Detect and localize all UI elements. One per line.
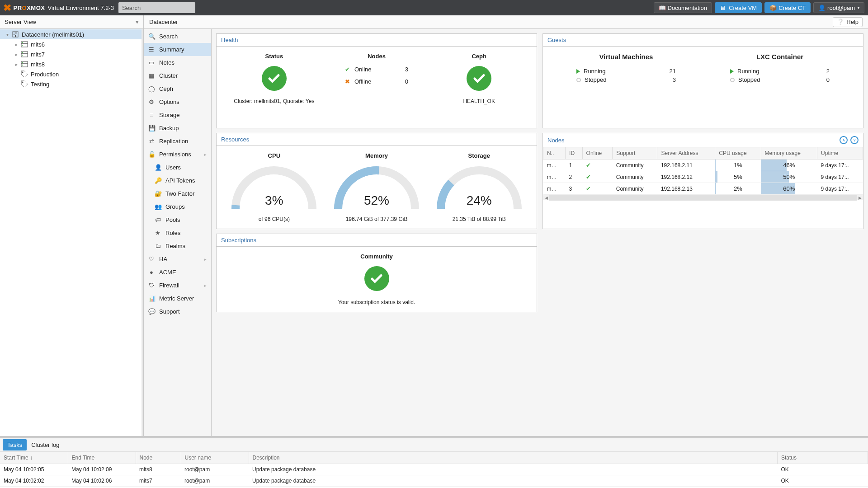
tree-pool-production[interactable]: Production — [0, 69, 142, 79]
svg-rect-3 — [16, 33, 17, 33]
sidebar-item-metric server[interactable]: 📊Metric Server — [144, 292, 211, 305]
log-col-header[interactable]: Node — [136, 452, 181, 464]
group-icon: 👥 — [155, 203, 161, 210]
guests-lxc-heading: LXC Container — [703, 53, 857, 61]
circle-icon — [730, 78, 735, 82]
nodes-col-header[interactable]: Server Address — [657, 147, 715, 160]
sidebar-item-acme[interactable]: ●ACME — [144, 266, 211, 279]
check-icon: ✔ — [586, 174, 591, 180]
sidebar-item-ceph[interactable]: ◯Ceph — [144, 82, 211, 95]
log-row[interactable]: May 04 10:02:02May 04 10:02:06mits7root@… — [0, 475, 868, 487]
svg-point-13 — [22, 55, 23, 56]
health-nodes-heading: Nodes — [326, 53, 428, 60]
log-col-header[interactable]: Status — [778, 452, 868, 464]
svg-point-8 — [22, 42, 23, 43]
sidebar-item-replication[interactable]: ⇄Replication — [144, 135, 211, 148]
horizontal-scrollbar[interactable]: ◀▶ — [543, 195, 863, 200]
svg-point-9 — [22, 45, 23, 46]
gauge-storage: 24% — [434, 164, 524, 213]
sidebar-item-backup[interactable]: 💾Backup — [144, 122, 211, 135]
building-icon — [12, 31, 19, 38]
sidebar-item-cluster[interactable]: ▦Cluster — [144, 69, 211, 82]
svg-point-18 — [22, 72, 24, 73]
svg-point-12 — [22, 52, 23, 53]
nodes-col-header[interactable]: Online — [582, 147, 613, 160]
user-icon: 👤 — [818, 5, 825, 11]
sidebar-item-groups[interactable]: 👥Groups — [144, 200, 211, 213]
collapse-up-icon[interactable]: ∧ — [840, 136, 848, 144]
log-row[interactable]: May 04 10:02:05May 04 10:02:09mits8root@… — [0, 464, 868, 475]
sidebar-item-ha[interactable]: ♡HA▸ — [144, 253, 211, 266]
panel-resources: Resources CPU 3% of 96 CPU(s) Memory 52%… — [216, 133, 537, 229]
list-icon: ☰ — [148, 46, 155, 53]
nodes-col-header[interactable]: Uptime — [817, 147, 863, 160]
sidebar-item-api tokens[interactable]: 🔑API Tokens — [144, 174, 211, 187]
play-icon — [576, 69, 580, 74]
panel-nodes: Nodes ∧ ∨ N..IDOnlineSupportServer Addre… — [542, 133, 863, 229]
svg-point-17 — [22, 65, 23, 66]
sidebar-item-storage[interactable]: ≡Storage — [144, 108, 211, 122]
server-icon — [21, 41, 28, 48]
nodes-col-header[interactable]: N.. — [543, 147, 566, 160]
svg-rect-1 — [14, 33, 14, 33]
nodes-col-header[interactable]: Memory usage — [761, 147, 817, 160]
log-col-header[interactable]: Description — [249, 452, 778, 464]
user-menu[interactable]: 👤 root@pam ▾ — [813, 2, 864, 13]
user-icon: 👤 — [155, 164, 161, 171]
search-input[interactable] — [118, 2, 195, 13]
nodes-row[interactable]: m…3✔Community192.168.2.132%60%9 days 17:… — [543, 183, 863, 195]
help-button[interactable]: ❔ Help — [833, 17, 863, 27]
sidebar-item-roles[interactable]: ★Roles — [144, 226, 211, 239]
sidebar-item-search[interactable]: 🔍Search — [144, 30, 211, 43]
panel-guests: Guests Virtual Machines Running21 Stoppe… — [542, 33, 863, 128]
log-col-header[interactable]: End Time — [68, 452, 136, 464]
sidebar-item-support[interactable]: 💬Support — [144, 305, 211, 318]
support-icon: 💬 — [148, 308, 155, 315]
sidebar-item-notes[interactable]: ▭Notes — [144, 56, 211, 69]
chart-icon: 📊 — [148, 295, 155, 302]
log-col-header[interactable]: Start Time ↓ — [0, 452, 68, 464]
play-icon — [730, 69, 734, 74]
key-icon: 🔑 — [155, 177, 161, 184]
nodes-row[interactable]: m…2✔Community192.168.2.125%50%9 days 17:… — [543, 171, 863, 183]
log-col-header[interactable]: User name — [181, 452, 249, 464]
sidebar-item-permissions[interactable]: 🔓Permissions▸ — [144, 148, 211, 161]
tab-cluster-log[interactable]: Cluster log — [27, 439, 64, 450]
check-circle-icon — [364, 266, 389, 291]
circle-icon — [576, 78, 581, 82]
tree-datacenter[interactable]: ▾ Datacenter (mellmits01) — [0, 29, 142, 39]
create-ct-button[interactable]: 📦 Create CT — [764, 2, 811, 13]
nodes-col-header[interactable]: ID — [566, 147, 582, 160]
cluster-quorate-text: Cluster: mellmits01, Quorate: Yes — [223, 98, 326, 104]
tree-node-mits7[interactable]: ▸mits7 — [0, 49, 142, 59]
tree-node-mits6[interactable]: ▸mits6 — [0, 39, 142, 49]
gauge-cpu: 3% — [229, 164, 319, 213]
sidebar-item-summary[interactable]: ☰Summary — [144, 43, 211, 56]
tab-tasks[interactable]: Tasks — [3, 439, 27, 450]
sidebar-item-pools[interactable]: 🏷Pools — [144, 213, 211, 226]
nodes-col-header[interactable]: CPU usage — [715, 147, 761, 160]
tree-view-select[interactable]: Server View ▾ — [0, 15, 143, 29]
sidebar-item-realms[interactable]: 🗂Realms — [144, 239, 211, 253]
sidebar-item-firewall[interactable]: 🛡Firewall▸ — [144, 279, 211, 292]
check-icon: ✔ — [345, 66, 350, 73]
svg-point-16 — [22, 62, 23, 63]
nodes-col-header[interactable]: Support — [613, 147, 657, 160]
panel-health: Health Status Cluster: mellmits01, Quora… — [216, 33, 537, 128]
tree-pool-testing[interactable]: Testing — [0, 79, 142, 89]
2fa-icon: 🔐 — [155, 190, 161, 197]
sidebar-item-users[interactable]: 👤Users — [144, 161, 211, 174]
chevron-right-icon: ▸ — [204, 257, 207, 262]
chevron-down-icon: ▾ — [858, 6, 859, 10]
chevron-right-icon: ▸ — [204, 283, 207, 288]
sidebar-item-two factor[interactable]: 🔐Two Factor — [144, 187, 211, 200]
health-ceph-heading: Ceph — [428, 53, 530, 60]
tree-node-mits8[interactable]: ▸mits8 — [0, 59, 142, 69]
breadcrumb: Datacenter — [149, 19, 178, 25]
documentation-button[interactable]: 📖 Documentation — [654, 2, 712, 13]
lock-icon: 🔓 — [148, 151, 155, 158]
create-vm-button[interactable]: 🖥 Create VM — [715, 2, 762, 13]
sidebar-item-options[interactable]: ⚙Options — [144, 95, 211, 108]
expand-down-icon[interactable]: ∨ — [850, 136, 859, 144]
nodes-row[interactable]: m…1✔Community192.168.2.111%46%9 days 17:… — [543, 160, 863, 171]
